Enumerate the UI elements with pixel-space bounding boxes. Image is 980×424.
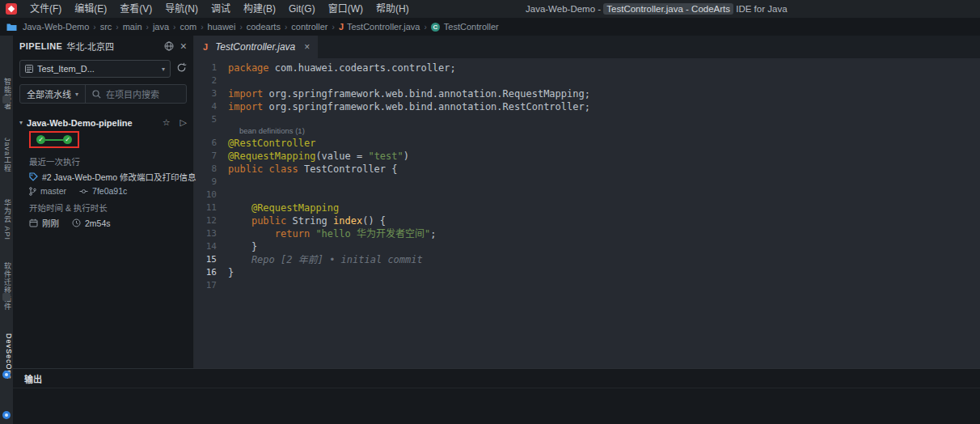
line-number[interactable]: 2 xyxy=(194,74,228,87)
code-line[interactable]: 16} xyxy=(194,266,980,279)
line-number[interactable]: 10 xyxy=(194,189,228,201)
breadcrumb-item[interactable]: main xyxy=(122,22,143,32)
breadcrumb-item[interactable]: java xyxy=(152,22,170,32)
code-line[interactable]: 13 return "hello 华为开发者空间"; xyxy=(194,227,980,240)
menu-bar: 文件(F)编辑(E)查看(V)导航(N)调试构建(B)Git(G)窗口(W)帮助… xyxy=(23,0,416,18)
line-number[interactable]: 9 xyxy=(194,176,228,189)
token xyxy=(228,202,251,214)
line-number[interactable]: 13 xyxy=(194,227,228,240)
menu-item[interactable]: 文件(F) xyxy=(23,0,68,18)
code-line[interactable]: 6@RestController xyxy=(194,137,980,150)
line-number[interactable]: 11 xyxy=(194,201,228,214)
tab-close-icon[interactable]: × xyxy=(304,41,310,53)
token: org.springframework.web.bind.annotation.… xyxy=(269,88,590,100)
chevron-down-icon: ▾ xyxy=(162,66,165,73)
pipeline-tree-item[interactable]: ▾ Java-Web-Demo-pipeline ☆ ▷ xyxy=(13,113,193,130)
code-line[interactable]: 14 } xyxy=(194,240,980,253)
code-line[interactable]: 8public class TestController { xyxy=(194,163,980,176)
close-panel-icon[interactable]: × xyxy=(180,40,187,53)
remote-status-icon[interactable] xyxy=(2,411,11,419)
line-number[interactable]: 4 xyxy=(194,100,228,113)
tab-testcontroller[interactable]: J TestController.java × xyxy=(194,36,318,58)
line-number[interactable]: 14 xyxy=(194,240,228,253)
code-line[interactable]: 15 Repo [2 年前] • initial commit xyxy=(194,253,980,266)
stage-success-icon[interactable]: ✓ xyxy=(63,135,72,144)
menu-item[interactable]: 构建(B) xyxy=(237,0,282,18)
pipeline-filter-label: 全部流水线 xyxy=(27,87,71,100)
breadcrumb-item[interactable]: codearts xyxy=(246,22,281,32)
line-number[interactable]: 6 xyxy=(194,137,228,150)
output-panel-header: 输出 xyxy=(13,369,980,388)
breadcrumb-symbol[interactable]: TestController xyxy=(443,22,500,32)
breadcrumb-file[interactable]: TestController.java xyxy=(346,22,421,32)
codelens-label[interactable]: bean definitions (1) xyxy=(194,126,980,137)
line-number[interactable]: 3 xyxy=(194,87,228,100)
code-line[interactable]: 10 xyxy=(194,189,980,201)
line-number[interactable]: 15 xyxy=(194,253,228,266)
favorite-star-icon[interactable]: ☆ xyxy=(163,117,171,128)
code-line[interactable]: 11 @RequestMapping xyxy=(194,201,980,214)
line-number[interactable]: 8 xyxy=(194,163,228,176)
breadcrumb-item[interactable]: Java-Web-Demo xyxy=(22,22,90,32)
code-line[interactable]: 5 xyxy=(194,113,980,126)
activity-item[interactable]: 智能部署 xyxy=(0,78,13,110)
stage-success-icon[interactable]: ✓ xyxy=(36,135,45,144)
line-number[interactable]: 1 xyxy=(194,61,228,74)
title-bar: 文件(F)编辑(E)查看(V)导航(N)调试构建(B)Git(G)窗口(W)帮助… xyxy=(0,0,980,18)
search-input[interactable]: 在项目内搜索 xyxy=(86,87,186,100)
region-globe-icon[interactable] xyxy=(164,41,174,51)
line-number[interactable]: 5 xyxy=(194,113,228,126)
tree-expand-icon[interactable]: ▾ xyxy=(19,119,23,126)
activity-item[interactable]: 软件迁移插件 xyxy=(0,262,13,311)
breadcrumb-separator: › xyxy=(143,23,152,32)
code-line[interactable]: 3import org.springframework.web.bind.ann… xyxy=(194,87,980,100)
chevron-down-icon: ▾ xyxy=(75,91,78,98)
line-number[interactable]: 7 xyxy=(194,150,228,163)
line-number[interactable]: 17 xyxy=(194,279,228,292)
git-branch-icon xyxy=(29,187,36,196)
menu-item[interactable]: 查看(V) xyxy=(113,0,158,18)
code-line[interactable]: 12 public String index() { xyxy=(194,214,980,227)
plugin-icon[interactable] xyxy=(2,293,11,301)
tab-bar: J TestController.java × xyxy=(194,36,980,58)
pipeline-filter-dropdown[interactable]: 全部流水线 ▾ xyxy=(20,87,85,100)
menu-item[interactable]: 调试 xyxy=(205,0,237,18)
menu-item[interactable]: 帮助(H) xyxy=(370,0,416,18)
project-select[interactable]: Test_Item_D... ▾ xyxy=(19,60,171,78)
token: () { xyxy=(362,215,386,227)
menu-item[interactable]: 导航(N) xyxy=(158,0,205,18)
menu-item[interactable]: Git(G) xyxy=(282,0,322,18)
commit-hash[interactable]: 7fe0a91c xyxy=(92,186,127,196)
code-line[interactable]: 2 xyxy=(194,74,980,87)
breadcrumb-item[interactable]: huawei xyxy=(207,22,237,32)
token xyxy=(228,215,251,227)
code-line[interactable]: 17 xyxy=(194,279,980,292)
breadcrumb: Java-Web-Demo›src›main›java›com›huawei›c… xyxy=(0,18,980,36)
output-tab[interactable]: 输出 xyxy=(24,372,42,385)
menu-item[interactable]: 窗口(W) xyxy=(322,0,370,18)
run-tag-icon xyxy=(29,172,38,181)
assistant-icon[interactable] xyxy=(2,371,11,379)
line-number[interactable]: 12 xyxy=(194,214,228,227)
token xyxy=(228,228,275,240)
line-number[interactable]: 16 xyxy=(194,266,228,279)
activity-item[interactable]: Java工程 xyxy=(0,138,13,172)
tool-window-icon[interactable] xyxy=(2,95,11,104)
refresh-icon[interactable] xyxy=(176,61,187,76)
activity-bar: 智能部署Java工程华为云 API软件迁移插件DevSecOps xyxy=(0,36,13,424)
code-text: @RequestMapping(value = "test") xyxy=(228,150,409,163)
breadcrumb-item[interactable]: com xyxy=(179,22,197,32)
region-label: 华北-北京四 xyxy=(66,40,157,53)
breadcrumb-item[interactable]: src xyxy=(99,22,113,32)
code-line[interactable]: 7@RequestMapping(value = "test") xyxy=(194,150,980,163)
activity-item[interactable]: 华为云 API xyxy=(0,199,13,240)
menu-item[interactable]: 编辑(E) xyxy=(68,0,113,18)
time-row: 刚刚 2m54s xyxy=(13,215,193,231)
code-line[interactable]: 9 xyxy=(194,176,980,189)
run-title-row[interactable]: #2 Java-Web-Demo 修改端口及打印信息 xyxy=(13,169,193,184)
run-pipeline-icon[interactable]: ▷ xyxy=(180,117,187,128)
token: (value = xyxy=(315,151,368,162)
code-line[interactable]: 4import org.springframework.web.bind.ann… xyxy=(194,100,980,113)
code-line[interactable]: 1package com.huawei.codearts.controller; xyxy=(194,61,980,74)
breadcrumb-item[interactable]: controller xyxy=(290,22,328,32)
